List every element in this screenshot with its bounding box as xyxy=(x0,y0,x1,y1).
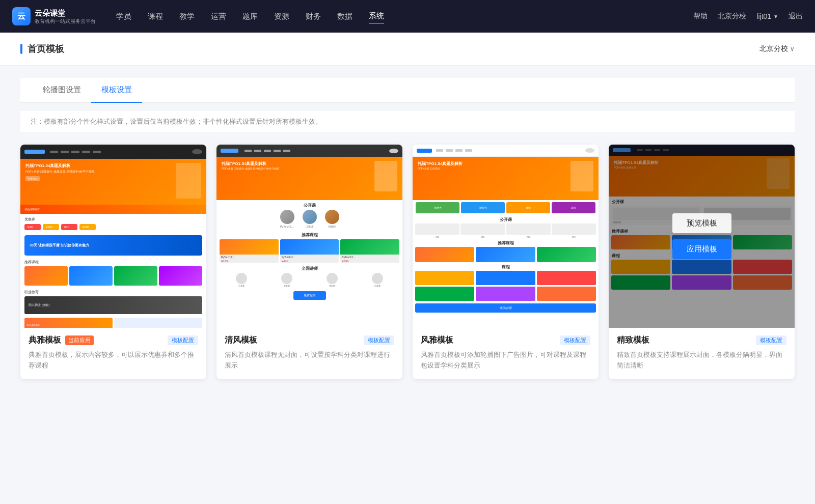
nav-item-teaching[interactable]: 教学 xyxy=(179,10,195,23)
nav-branch[interactable]: 北京分校 xyxy=(718,12,746,21)
badge-config-t4[interactable]: 模板配置 xyxy=(756,335,786,345)
tab-carousel[interactable]: 轮播图设置 xyxy=(33,78,91,103)
branch-selector[interactable]: 北京分校 ∨ xyxy=(759,44,795,53)
nav-logout[interactable]: 退出 xyxy=(789,12,803,21)
nav-user-arrow: ▼ xyxy=(773,14,778,19)
branch-arrow: ∨ xyxy=(790,45,795,52)
template-preview-t1: 托福TPO1-54真题及解析 PDF+录音 口语选句·成就非凡·继续前行·给学习… xyxy=(20,145,206,328)
apply-button-t1[interactable]: 应用模板 xyxy=(84,239,143,259)
template-card-t1: 托福TPO1-54真题及解析 PDF+录音 口语选句·成就非凡·继续前行·给学习… xyxy=(20,145,206,379)
template-preview-t3: 托福TPO1-54真题及解析 PDF+录音 口语选句 优惠券 课程包 xyxy=(413,145,599,328)
nav-username: lijt01 xyxy=(756,12,771,20)
nav-item-students[interactable]: 学员 xyxy=(116,10,131,23)
card-info-t1: 典雅模板 当前应用 模板配置 典雅首页模板，展示内容较多，可以展示优惠券和多个推… xyxy=(20,328,206,379)
card-title-t1: 典雅模板 xyxy=(29,335,61,346)
tabs-container: 轮播图设置 模板设置 xyxy=(20,78,795,103)
preview-button-t3[interactable]: 预览模板 xyxy=(476,213,535,233)
branch-label: 北京分校 xyxy=(759,44,788,53)
card-info-t4: 精致模板 模板配置 精致首页模板支持课程展示封面，各模板分隔明显，界面简洁清晰 xyxy=(609,328,795,379)
nav-menu: 学员 课程 教学 运营 题库 资源 财务 数据 系统 xyxy=(116,9,693,24)
card-title-t4: 精致模板 xyxy=(617,335,649,346)
nav-item-resources[interactable]: 资源 xyxy=(274,10,289,23)
template-preview-t4: 托福TPO1-54真题及解析 PDF+录音 成就非凡 公开课 课程名称 xyxy=(609,145,795,328)
template-preview-t2: 托福TPO1-54真题及解析 PDF+录音 口语选句·成就非凡·继续前行·给学习… xyxy=(216,145,402,328)
main-content: 轮播图设置 模板设置 注：模板有部分个性化样式设置，设置后仅当前模板生效；非个性… xyxy=(0,66,815,504)
card-desc-t2: 清风首页模板课程无封面，可设置按学科分类对课程进行展示 xyxy=(225,350,394,371)
apply-button-t2[interactable]: 应用模板 xyxy=(280,239,339,259)
note-text: 注：模板有部分个性化样式设置，设置后仅当前模板生效；非个性化样式设置后针对所有模… xyxy=(20,111,795,132)
card-info-t2: 清风模板 模板配置 清风首页模板课程无封面，可设置按学科分类对课程进行展示 xyxy=(216,328,402,379)
navbar: 云 云朵课堂 教育机构一站式服务云平台 学员 课程 教学 运营 题库 资源 财务… xyxy=(0,0,815,33)
apply-button-t3[interactable]: 应用模板 xyxy=(476,239,535,259)
badge-config-t3[interactable]: 模板配置 xyxy=(560,335,590,345)
logo-icon: 云 xyxy=(12,7,31,25)
card-desc-t4: 精致首页模板支持课程展示封面，各模板分隔明显，界面简洁清晰 xyxy=(617,350,786,371)
template-card-t3: 托福TPO1-54真题及解析 PDF+录音 口语选句 优惠券 课程包 xyxy=(413,145,599,379)
tab-template[interactable]: 模板设置 xyxy=(91,78,142,103)
nav-item-operations[interactable]: 运营 xyxy=(211,10,226,23)
template-card-t4: 托福TPO1-54真题及解析 PDF+录音 成就非凡 公开课 课程名称 xyxy=(609,145,795,379)
nav-item-system[interactable]: 系统 xyxy=(369,9,384,24)
badge-config-t1[interactable]: 模板配置 xyxy=(168,335,198,345)
card-desc-t3: 风雅首页模板可添加轮播图下广告图片，可对课程及课程包设置学科分类展示 xyxy=(421,350,590,371)
nav-item-courses[interactable]: 课程 xyxy=(148,10,163,23)
page-title: 首页模板 xyxy=(28,43,64,55)
logo-text: 云朵课堂 教育机构一站式服务云平台 xyxy=(35,8,96,25)
nav-item-data[interactable]: 数据 xyxy=(337,10,352,23)
nav-right: 帮助 北京分校 lijt01 ▼ 退出 xyxy=(693,12,803,21)
templates-grid: 托福TPO1-54真题及解析 PDF+录音 口语选句·成就非凡·继续前行·给学习… xyxy=(20,145,795,379)
nav-user[interactable]: lijt01 ▼ xyxy=(756,12,778,20)
nav-logo: 云 云朵课堂 教育机构一站式服务云平台 xyxy=(12,7,96,25)
template-card-t2: 托福TPO1-54真题及解析 PDF+录音 口语选句·成就非凡·继续前行·给学习… xyxy=(216,145,402,379)
page-header: 首页模板 北京分校 ∨ xyxy=(0,33,815,66)
card-title-t2: 清风模板 xyxy=(225,335,257,346)
template-overlay-t4: 预览模板 应用模板 xyxy=(609,145,795,328)
card-title-t3: 风雅模板 xyxy=(421,335,453,346)
page-title-bar: 首页模板 xyxy=(20,43,64,55)
card-desc-t1: 典雅首页模板，展示内容较多，可以展示优惠券和多个推荐课程 xyxy=(29,350,198,371)
nav-help[interactable]: 帮助 xyxy=(693,12,708,21)
badge-config-t2[interactable]: 模板配置 xyxy=(364,335,394,345)
preview-button-t2[interactable]: 预览模板 xyxy=(280,213,339,233)
nav-item-finance[interactable]: 财务 xyxy=(306,10,321,23)
badge-current-t1: 当前应用 xyxy=(65,335,94,345)
nav-item-quiz[interactable]: 题库 xyxy=(242,10,258,23)
preview-button-t1[interactable]: 预览模板 xyxy=(84,213,143,233)
apply-button-t4[interactable]: 应用模板 xyxy=(672,239,731,259)
accent-bar xyxy=(20,44,22,54)
preview-button-t4[interactable]: 预览模板 xyxy=(672,213,731,233)
card-info-t3: 风雅模板 模板配置 风雅首页模板可添加轮播图下广告图片，可对课程及课程包设置学科… xyxy=(413,328,599,379)
